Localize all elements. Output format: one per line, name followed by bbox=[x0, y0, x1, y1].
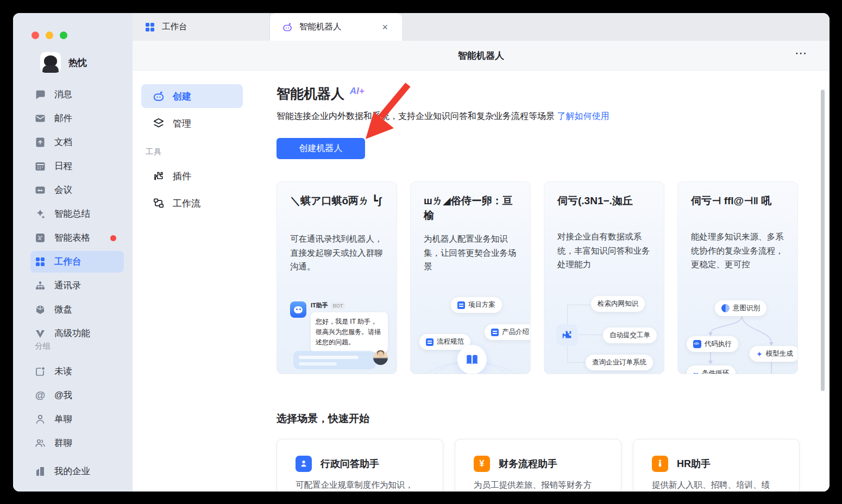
panel-item-manage[interactable]: 管理 bbox=[141, 111, 243, 135]
sidebar-item-group-chat[interactable]: 群聊 bbox=[30, 432, 124, 454]
book-circle bbox=[457, 345, 487, 374]
sidebar-item-messages[interactable]: 消息 bbox=[30, 84, 124, 105]
admin-assistant-icon bbox=[296, 456, 312, 472]
sidebar-item-label: 单聊 bbox=[54, 413, 72, 425]
scenario-body: 提供新人入职、招聘、培训、绩 bbox=[652, 478, 788, 492]
tag-label: 流程规范 bbox=[437, 337, 464, 346]
card-body: 为机器人配置业务知识集，让回答更契合业务场景 bbox=[424, 232, 519, 274]
maximize-window-button[interactable] bbox=[60, 32, 67, 39]
tab-bot[interactable]: 智能机器人 × bbox=[270, 13, 402, 41]
capability-tag: 检索内网知识 bbox=[591, 296, 645, 312]
bot-chat-preview: IT助手 BOT 您好，我是 IT 助手，很高兴为您服务。请描述您的问题。 bbox=[290, 301, 388, 352]
close-tab-icon[interactable]: × bbox=[380, 21, 390, 33]
sidebar-item-label: 微盘 bbox=[54, 304, 72, 316]
feature-card-chat[interactable]: ＼蜞ア口蜞õ两ㄌ ┗ʃ 可在通讯录找到机器人，直接发起聊天或拉入群聊沟通。 IT… bbox=[277, 181, 397, 374]
content-area: 工作台 智能机器人 × 智能机器人 ⋯ 创建 管理 工具 bbox=[133, 13, 830, 492]
calendar-icon bbox=[35, 161, 46, 172]
ai-plus-badge: AI+ bbox=[350, 86, 365, 97]
tag-label: 查询企业订单系统 bbox=[592, 358, 646, 367]
advanced-icon bbox=[35, 328, 46, 339]
sparkle-icon: ✦ bbox=[756, 350, 763, 358]
tab-label: 工作台 bbox=[162, 21, 187, 33]
close-window-button[interactable] bbox=[32, 32, 39, 39]
scenario-title: 行政问答助手 bbox=[321, 457, 379, 470]
scenario-card-finance[interactable]: ¥ 财务流程助手 为员工提供差旅、报销等财务方 bbox=[455, 439, 621, 492]
sidebar-item-label: 高级功能 bbox=[54, 327, 90, 339]
sidebar-item-direct-chat[interactable]: 单聊 bbox=[30, 408, 124, 430]
panel-item-label: 工作流 bbox=[173, 197, 200, 210]
sidebar-item-smart-sheet[interactable]: 智能表格 bbox=[30, 227, 124, 249]
flow-node-intent: 意图识别 bbox=[715, 300, 766, 316]
doc-icon bbox=[491, 329, 499, 336]
learn-how-link[interactable]: 了解如何使用 bbox=[557, 111, 609, 121]
feature-card-workflow[interactable]: 伺亏⊣ ffl@⊣‖ 吼 能处理多知识来源、多系统协作的复杂业务流程，更稳定、更… bbox=[677, 181, 798, 374]
vertical-scrollbar[interactable] bbox=[821, 90, 825, 391]
app-window: 热忱 消息 邮件 文档 日程 会议 智能总结 智能表格 bbox=[13, 13, 830, 492]
doc-icon bbox=[426, 338, 433, 346]
at-icon: @ bbox=[35, 389, 46, 401]
robot-icon bbox=[153, 90, 165, 102]
tab-label: 智能机器人 bbox=[299, 21, 342, 33]
connector-line bbox=[578, 335, 604, 335]
bot-badge: BOT bbox=[331, 303, 345, 309]
panel-item-create[interactable]: 创建 bbox=[141, 84, 243, 108]
workflow-icon bbox=[153, 197, 165, 209]
scenario-card-hr[interactable]: HR助手 提供新人入职、招聘、培训、绩 bbox=[633, 439, 800, 492]
sidebar-item-label: 未读 bbox=[54, 366, 72, 377]
feature-card-integration[interactable]: 伺亏(.3N1−.洳丘 对接企业自有数据或系统，丰富知识问答和业务处理能力 检索… bbox=[544, 181, 664, 374]
user-name: 热忱 bbox=[68, 56, 87, 69]
sidebar-item-label: @我 bbox=[54, 389, 72, 401]
company-icon bbox=[35, 466, 46, 477]
notification-dot bbox=[110, 235, 116, 241]
create-bot-button[interactable]: 创建机器人 bbox=[277, 138, 365, 159]
panel-item-plugin[interactable]: 插件 bbox=[141, 164, 243, 188]
minimize-window-button[interactable] bbox=[46, 32, 53, 39]
puzzle-icon bbox=[153, 170, 165, 182]
sidebar-section-groups: 分组 bbox=[35, 341, 51, 351]
node-label: 意图识别 bbox=[733, 304, 760, 313]
drive-icon bbox=[35, 304, 46, 315]
sidebar-item-label: 消息 bbox=[54, 89, 72, 100]
scenario-card-admin[interactable]: 行政问答助手 可配置企业规章制度作为知识， bbox=[277, 439, 443, 492]
bot-avatar bbox=[290, 301, 306, 318]
meeting-icon bbox=[35, 185, 46, 196]
page-header: 智能机器人 ⋯ bbox=[133, 41, 830, 71]
node-label: 模型生成 bbox=[766, 349, 793, 358]
sidebar-item-mail[interactable]: 邮件 bbox=[30, 108, 124, 129]
sidebar-item-meetings[interactable]: 会议 bbox=[30, 179, 124, 201]
card-body: 对接企业自有数据或系统，丰富知识问答和业务处理能力 bbox=[557, 230, 653, 272]
feature-card-knowledge[interactable]: шㄌ◢俗侍ー卵：亘榆 为机器人配置业务知识集，让回答更契合业务场景 项目方案 产… bbox=[410, 181, 531, 374]
sidebar-item-drive[interactable]: 微盘 bbox=[30, 299, 124, 320]
scenario-title: HR助手 bbox=[677, 457, 711, 470]
sidebar-item-docs[interactable]: 文档 bbox=[30, 131, 124, 153]
sidebar-item-at-me[interactable]: @ @我 bbox=[30, 385, 124, 406]
more-options-icon[interactable]: ⋯ bbox=[795, 46, 808, 60]
sidebar-item-workspace[interactable]: 工作台 bbox=[30, 251, 124, 273]
sidebar-item-contacts[interactable]: 通讯录 bbox=[30, 275, 124, 297]
layers-icon bbox=[153, 117, 165, 129]
intent-icon bbox=[721, 304, 730, 312]
sidebar-item-label: 通讯录 bbox=[54, 280, 81, 292]
node-label: 条件循环 bbox=[702, 369, 729, 374]
tab-workspace[interactable]: 工作台 bbox=[133, 13, 270, 41]
scenario-body: 为员工提供差旅、报销等财务方 bbox=[474, 478, 609, 492]
page-title: 智能机器人 bbox=[133, 49, 830, 62]
app-sidebar: 热忱 消息 邮件 文档 日程 会议 智能总结 智能表格 bbox=[13, 13, 133, 492]
knowledge-tag: 产品介绍 bbox=[485, 324, 531, 340]
table-icon bbox=[35, 232, 46, 243]
user-profile[interactable]: 热忱 bbox=[40, 52, 87, 73]
sidebar-item-calendar[interactable]: 日程 bbox=[30, 155, 124, 177]
flow-node-model: ✦模型生成 bbox=[750, 346, 798, 362]
panel-item-label: 插件 bbox=[173, 170, 191, 182]
sidebar-item-smart-summary[interactable]: 智能总结 bbox=[30, 203, 124, 225]
avatar bbox=[40, 52, 61, 73]
tag-label: 检索内网知识 bbox=[598, 299, 638, 308]
bot-name: IT助手 bbox=[311, 301, 328, 310]
panel-item-workflow[interactable]: 工作流 bbox=[141, 191, 243, 215]
sidebar-item-label: 智能表格 bbox=[54, 232, 90, 244]
sidebar-item-my-company[interactable]: 我的企业 bbox=[30, 461, 124, 482]
sidebar-item-unread[interactable]: 未读 bbox=[30, 361, 124, 382]
main-description: 智能连接企业内外数据和系统，支持企业知识问答和复杂业务流程等场景 了解如何使用 bbox=[277, 111, 609, 122]
card-title: 伺亏(.3N1−.洳丘 bbox=[557, 194, 653, 209]
message-skeleton bbox=[293, 351, 376, 369]
